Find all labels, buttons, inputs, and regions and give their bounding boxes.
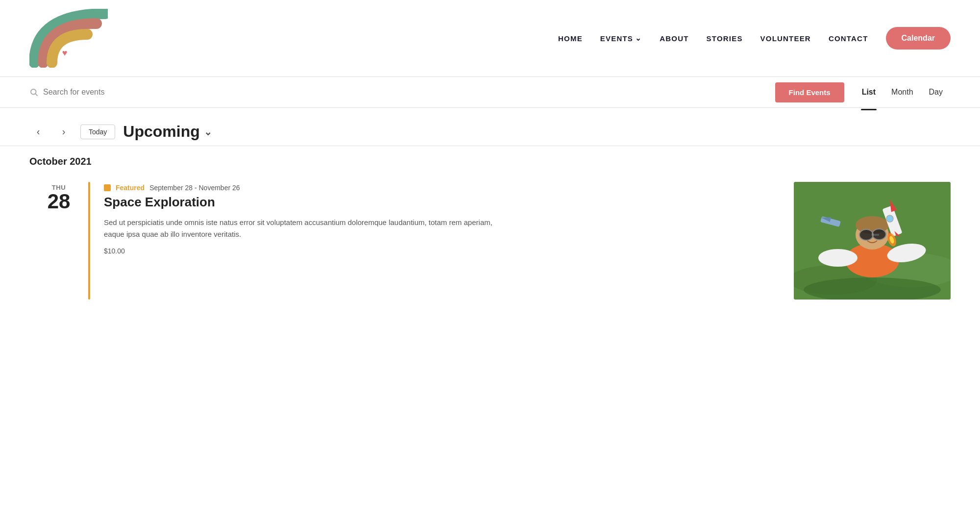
view-tabs: List Month Day	[854, 84, 951, 100]
event-item: THU 28 Featured September 28 - November …	[29, 182, 951, 319]
nav-events[interactable]: EVENTS ⌄	[600, 34, 642, 43]
nav-contact[interactable]: CONTACT	[829, 34, 868, 43]
tab-month[interactable]: Month	[883, 84, 921, 100]
next-button[interactable]: ›	[55, 123, 73, 141]
svg-rect-14	[873, 234, 879, 236]
today-button[interactable]: Today	[80, 125, 115, 139]
prev-button[interactable]: ‹	[29, 123, 47, 141]
upcoming-dropdown-icon[interactable]: ⌄	[204, 126, 212, 138]
event-details: Featured September 28 - November 26 Spac…	[104, 182, 794, 300]
chevron-down-icon: ⌄	[635, 34, 642, 43]
event-date: THU 28	[29, 182, 88, 300]
event-description: Sed ut perspiciatis unde omnis iste natu…	[104, 217, 496, 240]
svg-line-2	[35, 94, 37, 96]
tab-day[interactable]: Day	[921, 84, 951, 100]
header: ♥ HOME EVENTS ⌄ ABOUT STORIES VOLUNTEER …	[0, 0, 980, 76]
event-day-num: 28	[48, 191, 71, 212]
tab-list[interactable]: List	[854, 84, 883, 100]
month-label: October 2021	[29, 156, 951, 167]
logo: ♥	[29, 9, 108, 68]
search-icon	[29, 88, 43, 97]
featured-label: Featured	[116, 184, 145, 192]
search-bar: Find Events List Month Day	[0, 76, 980, 108]
upcoming-label: Upcoming ⌄	[123, 123, 212, 141]
nav-home[interactable]: HOME	[558, 34, 583, 43]
event-border	[88, 182, 90, 300]
calendar-button[interactable]: Calendar	[886, 27, 951, 50]
nav-about[interactable]: ABOUT	[660, 34, 688, 43]
main-nav: HOME EVENTS ⌄ ABOUT STORIES VOLUNTEER CO…	[558, 27, 951, 50]
month-section: October 2021 THU 28 Featured September 2…	[0, 146, 980, 319]
svg-point-8	[818, 249, 858, 267]
event-image[interactable]	[794, 182, 951, 300]
find-events-button[interactable]: Find Events	[775, 82, 844, 102]
event-price: $10.00	[104, 247, 794, 255]
event-featured-row: Featured September 28 - November 26	[104, 184, 794, 192]
calendar-controls: ‹ › Today Upcoming ⌄	[0, 108, 980, 146]
nav-stories[interactable]: STORIES	[707, 34, 743, 43]
event-date-range: September 28 - November 26	[149, 184, 240, 192]
svg-point-1	[31, 89, 36, 95]
svg-text:♥: ♥	[62, 48, 68, 58]
featured-icon	[104, 184, 111, 191]
event-title[interactable]: Space Exploration	[104, 195, 794, 210]
search-input[interactable]	[43, 88, 775, 97]
nav-volunteer[interactable]: VOLUNTEER	[760, 34, 811, 43]
